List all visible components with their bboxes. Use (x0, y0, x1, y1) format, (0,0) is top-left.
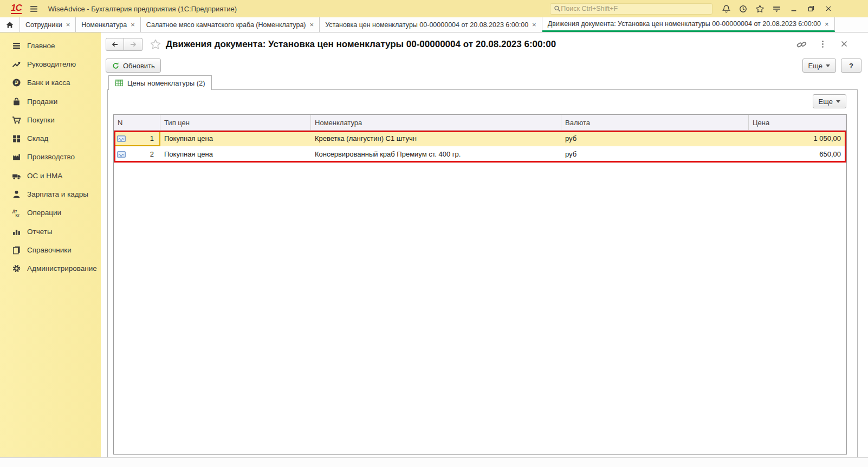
service-settings-icon[interactable] (772, 4, 781, 14)
sidebar-item-label: Отчеты (27, 228, 53, 236)
tab-nomenklatura[interactable]: Номенклатура × (76, 17, 140, 32)
grid-blocks-icon (12, 134, 21, 143)
sidebar-item-label: Администрирование (27, 264, 97, 273)
row-number-cell[interactable]: 2 (114, 146, 160, 162)
close-document-icon[interactable] (840, 40, 850, 49)
tab-label: Движения документа: Установка цен номенк… (548, 20, 821, 28)
factory-icon (12, 152, 21, 161)
shopping-bag-icon (12, 97, 21, 106)
table-header-row: N Тип цен Номенклатура Валюта Цена (114, 115, 846, 131)
column-header-currency[interactable]: Валюта (561, 115, 749, 130)
more-label: Еще (808, 62, 822, 70)
sidebar-item-label: Продажи (27, 98, 57, 106)
link-icon[interactable] (796, 40, 806, 49)
tab-label: Сотрудники (25, 21, 62, 29)
back-button[interactable] (106, 38, 124, 51)
tab-label: Номенклатура (81, 21, 127, 29)
help-button[interactable]: ? (841, 59, 861, 73)
more-button[interactable]: Еще (802, 59, 836, 73)
chevron-down-icon (826, 64, 830, 67)
notifications-bell-icon[interactable] (721, 4, 731, 14)
window-title: WiseAdvice - Бухгалтерия предприятия (1С… (48, 5, 237, 13)
column-header-price[interactable]: Цена (749, 115, 846, 130)
price-type-cell[interactable]: Покупная цена (160, 131, 311, 146)
sidebar-item-zarplata-i-kadry[interactable]: Зарплата и кадры (0, 185, 101, 203)
bar-chart-icon (12, 227, 21, 236)
sidebar-item-proizvodstvo[interactable]: Производство (0, 148, 101, 166)
sidebar-item-spravochniki[interactable]: Справочники (0, 241, 101, 259)
tab-close-icon[interactable]: × (532, 21, 536, 29)
nomenclature-cell[interactable]: Консервированный краб Премиум ст. 400 гр… (311, 146, 561, 162)
titlebar: 1С WiseAdvice - Бухгалтерия предприятия … (0, 0, 868, 17)
sidebar-item-label: Покупки (27, 116, 55, 124)
form-tab-prices[interactable]: Цены номенклатуры (2) (108, 75, 212, 90)
table-more-button[interactable]: Еще (813, 94, 846, 108)
sidebar-item-os-i-nma[interactable]: ОС и НМА (0, 166, 101, 185)
prices-table: N Тип цен Номенклатура Валюта Цена 1 Пок… (113, 114, 847, 455)
tab-salat-myaso[interactable]: Салатное мясо камчатского краба (Номенкл… (141, 17, 320, 32)
tab-close-icon[interactable]: × (310, 21, 314, 29)
column-header-n[interactable]: N (114, 115, 160, 130)
form-tab-label: Цены номенклатуры (2) (127, 79, 205, 87)
refresh-icon (112, 62, 120, 70)
currency-cell[interactable]: руб (561, 146, 749, 162)
register-record-icon (117, 151, 126, 158)
sidebar-item-rukovoditelyu[interactable]: Руководителю (0, 55, 101, 73)
history-icon[interactable] (738, 4, 748, 14)
sidebar-item-operacii[interactable]: ДтКт Операции (0, 204, 101, 222)
tab-close-icon[interactable]: × (825, 20, 829, 28)
table-more-label: Еще (819, 98, 833, 106)
trend-up-icon (12, 60, 21, 69)
home-tab[interactable] (0, 17, 20, 32)
menu-lines-icon (12, 41, 21, 50)
chevron-down-icon (836, 100, 840, 103)
svg-text:Кт: Кт (16, 213, 20, 217)
shopping-cart-icon (12, 115, 21, 125)
favorites-star-icon[interactable] (755, 4, 765, 14)
sidebar-item-label: Производство (27, 153, 75, 161)
row-number-cell[interactable]: 1 (114, 131, 160, 146)
home-icon (5, 21, 14, 29)
sidebar-item-pokupki[interactable]: Покупки (0, 111, 101, 129)
minimize-icon[interactable] (787, 3, 801, 15)
kebab-menu-icon[interactable] (818, 40, 828, 49)
price-type-cell[interactable]: Покупная цена (160, 146, 311, 162)
row-number: 1 (150, 134, 154, 142)
document-toolbar: Обновить Еще ? (101, 56, 868, 75)
currency-cell[interactable]: руб (561, 131, 749, 146)
tab-sotrudniki[interactable]: Сотрудники × (20, 17, 76, 32)
main-menu-icon[interactable] (29, 4, 38, 14)
sidebar-item-sklad[interactable]: Склад (0, 129, 101, 147)
table-grid-icon (115, 79, 124, 87)
tab-dvizheniya-dokumenta[interactable]: Движения документа: Установка цен номенк… (542, 17, 835, 32)
svg-text:₽: ₽ (15, 80, 18, 86)
price-cell[interactable]: 650,00 (749, 146, 846, 162)
nomenclature-cell[interactable]: Креветка (лангустин) С1 штучн (311, 131, 561, 146)
refresh-button[interactable]: Обновить (106, 59, 161, 73)
sidebar-item-otchety[interactable]: Отчеты (0, 222, 101, 241)
favorite-star-icon[interactable] (150, 38, 161, 50)
tab-close-icon[interactable]: × (66, 21, 70, 29)
table-row[interactable]: 1 Покупная цена Креветка (лангустин) С1 … (114, 131, 846, 146)
restore-window-icon[interactable] (804, 3, 818, 15)
table-row[interactable]: 2 Покупная цена Консервированный краб Пр… (114, 146, 846, 162)
tab-close-icon[interactable]: × (131, 21, 135, 29)
tab-label: Установка цен номенклатуры 00-00000004 о… (325, 21, 528, 29)
global-search[interactable] (550, 3, 712, 15)
sidebar-item-administrirovanie[interactable]: Администрирование (0, 260, 101, 278)
close-window-icon[interactable] (821, 3, 835, 15)
sidebar-item-prodazhi[interactable]: Продажи (0, 92, 101, 111)
tab-ustanovka-cen[interactable]: Установка цен номенклатуры 00-00000004 о… (320, 17, 542, 32)
search-input[interactable] (561, 5, 709, 12)
sidebar-item-label: Склад (27, 134, 48, 142)
column-header-price-type[interactable]: Тип цен (160, 115, 311, 130)
column-header-nomenclature[interactable]: Номенклатура (311, 115, 561, 130)
price-cell[interactable]: 1 050,00 (749, 131, 846, 146)
sidebar-item-bank-i-kassa[interactable]: ₽ Банк и касса (0, 74, 101, 92)
sidebar-item-glavnoe[interactable]: Главное (0, 36, 101, 55)
forward-button[interactable] (124, 38, 142, 51)
status-strip (0, 457, 868, 467)
1c-logo: 1С (11, 3, 22, 14)
sidebar-item-label: ОС и НМА (27, 172, 62, 180)
sidebar-item-label: Банк и касса (27, 79, 70, 87)
